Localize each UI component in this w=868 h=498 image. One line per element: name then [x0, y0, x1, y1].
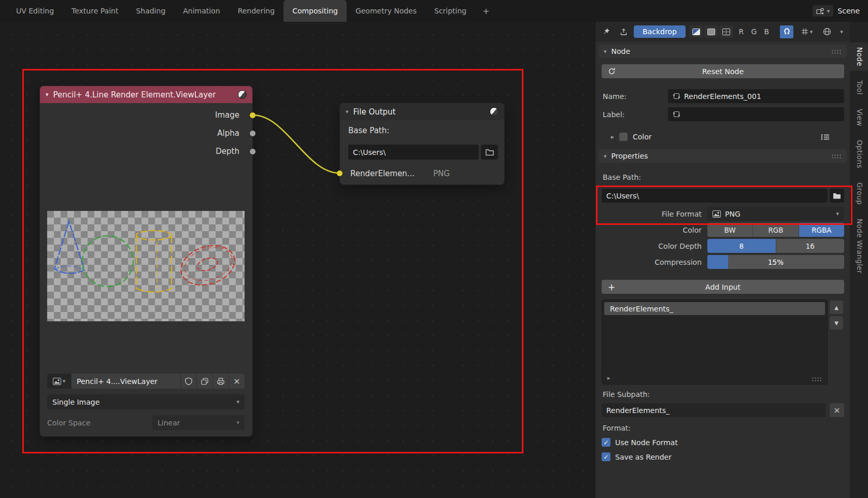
- sidebar-tab-node-wrangler[interactable]: Node Wrangler: [850, 214, 868, 278]
- node-base-path-field[interactable]: C:\Users\: [348, 145, 479, 160]
- panel-grip-icon[interactable]: [831, 154, 842, 159]
- tab-texture-paint[interactable]: Texture Paint: [63, 0, 127, 22]
- props-browse-folder-button[interactable]: [830, 189, 844, 203]
- format-section-label: Format:: [603, 424, 631, 432]
- overlays-dropdown[interactable]: ▾: [837, 25, 846, 38]
- file-format-dropdown[interactable]: PNG ▾: [707, 207, 844, 221]
- alpha-output-socket[interactable]: [249, 130, 256, 137]
- unlink-datablock-button[interactable]: ×: [229, 374, 245, 389]
- tab-animation[interactable]: Animation: [174, 0, 229, 22]
- image-output-socket[interactable]: [249, 112, 256, 119]
- file-slots-list[interactable]: RenderElements_ ▸: [602, 300, 828, 385]
- use-node-format-label: Use Node Format: [615, 438, 678, 447]
- color-space-dropdown[interactable]: Linear ▾: [152, 415, 245, 430]
- tab-rendering[interactable]: Rendering: [229, 0, 284, 22]
- close-icon: ×: [233, 376, 240, 386]
- save-as-render-checkbox[interactable]: ✓: [602, 452, 610, 461]
- pin-button[interactable]: [600, 25, 613, 38]
- node-color-checkbox[interactable]: [619, 133, 628, 141]
- image-source-dropdown[interactable]: Single Image ▾: [47, 394, 245, 409]
- color-depth-16-button[interactable]: 16: [776, 239, 845, 253]
- pencil-line-render-node[interactable]: ▾ Pencil+ 4.Line Render Element.ViewLaye…: [39, 86, 253, 437]
- snapping-toggle[interactable]: [780, 25, 793, 38]
- node-panel-header[interactable]: ▾ Node: [599, 45, 847, 58]
- line-render-sketch: [47, 211, 245, 321]
- list-resize-grip[interactable]: [812, 377, 822, 381]
- tab-uv-editing[interactable]: UV Editing: [7, 0, 63, 22]
- file-output-header[interactable]: ▾ File Output: [340, 103, 504, 120]
- snap-mode-dropdown[interactable]: ▾: [797, 25, 817, 38]
- properties-panel-header[interactable]: ▾ Properties: [599, 149, 847, 163]
- clear-subpath-button[interactable]: ×: [830, 403, 844, 417]
- color-depth-8-button[interactable]: 8: [707, 239, 776, 253]
- close-icon: ×: [833, 405, 840, 415]
- sidebar-tab-group[interactable]: Group: [850, 178, 868, 209]
- node-label-field[interactable]: [668, 107, 844, 121]
- move-item-down-button[interactable]: ▼: [830, 316, 843, 330]
- channel-r-button[interactable]: R: [737, 25, 746, 38]
- tab-shading[interactable]: Shading: [127, 0, 174, 22]
- use-node-format-checkbox[interactable]: ✓: [602, 438, 610, 447]
- collapse-chevron-icon: ▾: [604, 153, 607, 159]
- sidebar-tab-view[interactable]: View: [850, 104, 868, 131]
- cylinder-sketch: [136, 235, 172, 292]
- pack-image-button[interactable]: [212, 374, 229, 389]
- pencil-node-header[interactable]: ▾ Pencil+ 4.Line Render Element.ViewLaye…: [40, 86, 252, 103]
- channel-b-button[interactable]: B: [762, 25, 771, 38]
- tab-compositing[interactable]: Compositing: [283, 0, 347, 22]
- chevron-down-icon: ▾: [836, 211, 839, 217]
- color-mode-bw-button[interactable]: BW: [707, 223, 753, 237]
- collapse-chevron-icon[interactable]: ▾: [346, 109, 349, 115]
- panel-grip-icon[interactable]: [831, 49, 842, 54]
- backdrop-channel-alpha-button[interactable]: [719, 25, 733, 38]
- list-filter-toggle-icon[interactable]: ▸: [607, 375, 610, 381]
- list-item[interactable]: RenderElements_: [604, 302, 825, 315]
- save-as-render-label: Save as Render: [615, 453, 672, 461]
- file-subpath-field[interactable]: RenderElements_: [602, 403, 826, 417]
- label-label: Label:: [603, 110, 625, 119]
- copy-datablock-button[interactable]: [196, 374, 212, 389]
- sidebar-tab-node[interactable]: Node: [850, 42, 868, 71]
- backdrop-channel-color-alpha-button[interactable]: [689, 25, 703, 38]
- export-button[interactable]: [617, 25, 630, 38]
- add-workspace-button[interactable]: +: [475, 0, 496, 22]
- scene-icon: [816, 7, 824, 15]
- tab-scripting[interactable]: Scripting: [425, 0, 475, 22]
- file-output-node[interactable]: ▾ File Output Base Path: C:\Users\ Rende…: [339, 103, 505, 185]
- browse-image-button[interactable]: ▾: [47, 374, 71, 389]
- shield-icon: [185, 377, 192, 385]
- depth-output-socket[interactable]: [249, 148, 256, 155]
- backdrop-toggle-button[interactable]: Backdrop: [634, 25, 686, 38]
- pack-icon: [217, 378, 224, 385]
- scene-browse-button[interactable]: ▾: [813, 5, 834, 17]
- tab-geometry-nodes[interactable]: Geometry Nodes: [347, 0, 425, 22]
- file-subpath-value: RenderElements_: [606, 406, 670, 415]
- sidebar-tab-tool[interactable]: Tool: [850, 76, 868, 99]
- color-subpanel-row[interactable]: ▸ Color: [602, 130, 844, 144]
- presets-list-icon[interactable]: [821, 134, 830, 140]
- backdrop-channel-color-button[interactable]: [704, 25, 718, 38]
- file-format-label: File Format: [595, 210, 702, 218]
- output-label-image: Image: [215, 110, 239, 120]
- overlays-toggle[interactable]: [820, 25, 834, 38]
- add-input-button[interactable]: + Add Input: [602, 280, 844, 294]
- compression-slider[interactable]: 15%: [707, 255, 844, 269]
- fake-user-button[interactable]: [180, 374, 196, 389]
- refresh-icon: [608, 67, 616, 75]
- move-item-up-button[interactable]: ▲: [830, 301, 843, 314]
- sidebar-tab-options[interactable]: Options: [850, 135, 868, 173]
- channel-g-button[interactable]: G: [749, 25, 758, 38]
- file-input-socket[interactable]: [336, 170, 343, 177]
- color-mode-rgba-button[interactable]: RGBA: [799, 223, 844, 237]
- arrow-up-icon: ▲: [834, 305, 838, 310]
- reset-node-button[interactable]: Reset Node: [602, 64, 844, 78]
- node-name-field[interactable]: RenderElements_001: [668, 89, 844, 103]
- collapse-chevron-icon[interactable]: ▾: [46, 92, 49, 97]
- browse-folder-button[interactable]: [481, 145, 498, 160]
- node-icon: [673, 93, 680, 99]
- chevron-down-icon: ▾: [63, 378, 66, 384]
- properties-panel-title: Properties: [611, 152, 648, 160]
- image-name-field[interactable]: Pencil+ 4....ViewLayer: [71, 374, 180, 389]
- color-mode-rgb-button[interactable]: RGB: [753, 223, 799, 237]
- props-base-path-field[interactable]: C:\Users\: [602, 189, 828, 203]
